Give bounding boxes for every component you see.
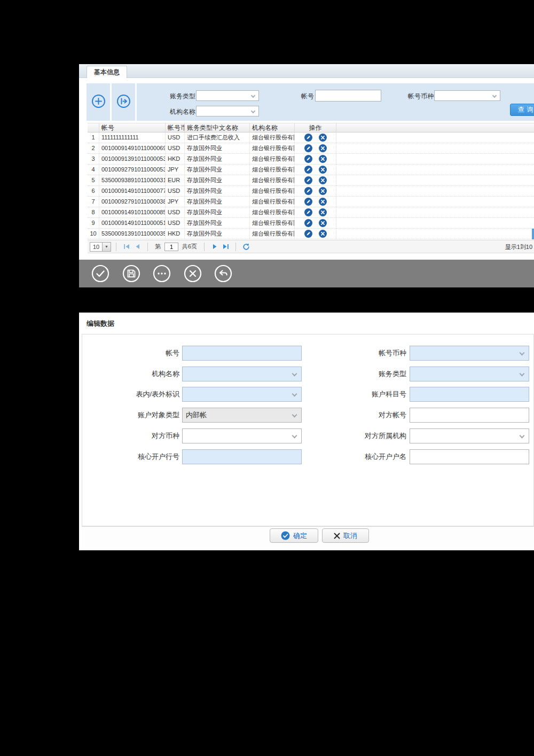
table-cell: 烟台银行股份有限 [250,165,295,175]
row-actions [295,143,336,153]
tab-bar: 基本信息 [79,64,534,78]
refresh-button[interactable] [242,243,250,251]
edit-icon[interactable] [304,134,312,142]
table-body: 11111111111111USD进口手续费汇总收入烟台银行股份有限200100… [88,133,534,239]
col-header-currency: 帐号币种 [166,123,185,132]
currency-select[interactable] [434,90,500,101]
subject-no-field[interactable] [410,387,529,402]
counterparty-currency-select[interactable] [182,428,302,443]
table-row[interactable]: 400100092791011000053JPY存放国外同业烟台银行股份有限 [88,165,534,175]
back-button[interactable] [214,264,232,283]
delete-icon[interactable] [319,176,327,184]
account-object-type-label: 账户对象类型 [82,408,179,423]
table-row[interactable]: 200100091491011000069USD存放国外同业烟台银行股份有限 [88,143,534,154]
edit-icon[interactable] [304,219,312,227]
table-cell: 00100091391011000053 [99,154,166,164]
tab-basic-info[interactable]: 基本信息 [87,66,127,78]
edit-icon[interactable] [304,208,312,216]
counterparty-org-select[interactable] [410,428,529,443]
account-type-select[interactable] [196,90,259,101]
edit-icon[interactable] [304,166,312,174]
chevron-down-icon [520,371,525,377]
cancel-button-label: 取消 [343,531,357,541]
row-filler [336,229,534,239]
delete-icon[interactable] [319,230,327,238]
cancel-x-icon [334,533,340,539]
export-button[interactable] [112,83,135,121]
account-object-type-select[interactable]: 内部帐 [182,408,302,423]
table-cell: 00100091491011000069 [99,143,166,153]
table-row[interactable]: 11111111111111USD进口手续费汇总收入烟台银行股份有限 [88,133,534,143]
table-cell: 53500091391011000035 [99,229,166,239]
edit-icon[interactable] [304,176,312,184]
more-button[interactable] [153,264,171,283]
close-button[interactable] [184,264,202,283]
row-filler [336,133,534,143]
basic-info-panel: 基本信息 账务类型 帐号 帐号币种 机构名称 查询 帐号 帐号币种 账务类型中文… [79,64,534,287]
export-icon [116,94,131,111]
account-no-input[interactable] [315,90,381,102]
org-name-select[interactable] [182,367,302,381]
table-row[interactable]: 700100092791011000038JPY存放国外同业烟台银行股份有限 [88,197,534,207]
org-name-select[interactable] [196,106,259,116]
table-cell: USD [166,133,185,143]
prev-page-button[interactable] [133,243,142,251]
save-button[interactable] [122,264,140,283]
delete-icon[interactable] [319,187,327,195]
table-cell: 烟台银行股份有限 [250,143,295,153]
core-bank-no-field[interactable] [182,449,302,464]
add-button[interactable] [87,83,110,121]
onoff-balance-select[interactable] [182,387,302,402]
edit-icon[interactable] [304,144,312,152]
divider [135,83,137,121]
edit-icon[interactable] [304,198,312,206]
edit-icon[interactable] [304,230,312,238]
account-field[interactable] [182,346,302,361]
row-filler [336,186,534,196]
counterparty-account-field[interactable] [410,408,529,423]
table-row[interactable]: 300100091391011000053HKD存放国外同业烟台银行股份有限 [88,154,534,165]
first-page-button[interactable] [122,243,131,251]
table-cell: 存放国外同业 [185,197,250,207]
edit-form: 帐号 帐号币种 机构名称 账务类型 表内/表外标识 账户科目号 账户对象类型 内… [82,334,534,526]
col-header-filler [336,123,534,132]
next-page-button[interactable] [210,243,219,251]
table-row[interactable]: 900100091491011000051USD存放国外同业烟台银行股份有限 [88,218,534,229]
delete-icon[interactable] [319,198,327,206]
row-actions [295,197,336,207]
row-actions [295,229,336,239]
counterparty-account-label: 对方帐号 [307,408,406,423]
table-row[interactable]: 1053500091391011000035HKD存放国外同业烟台银行股份有限 [88,229,534,239]
page-number-input[interactable] [164,243,178,251]
cancel-button[interactable]: 取消 [322,528,369,543]
delete-icon[interactable] [319,144,327,152]
query-button[interactable]: 查询 [510,104,534,116]
core-account-name-field[interactable] [410,449,529,464]
table-cell: 00100092791011000053 [99,165,166,175]
table-row[interactable]: 553500093891011000031EUR存放国外同业烟台银行股份有限 [88,175,534,186]
table-cell: USD [166,143,185,153]
account-type-select[interactable] [410,367,529,381]
last-page-button[interactable] [221,243,230,251]
row-actions [295,175,336,185]
delete-icon[interactable] [319,134,327,142]
table-cell: 00100092791011000038 [99,197,166,207]
delete-icon[interactable] [319,219,327,227]
subject-no-label: 账户科目号 [307,387,406,402]
page-size-dropdown[interactable]: ▼ [102,243,111,251]
table-row[interactable]: 600100091491011000077USD存放国外同业烟台银行股份有限 [88,186,534,197]
currency-select[interactable] [410,346,529,361]
table-cell: USD [166,207,185,217]
edit-icon[interactable] [304,155,312,163]
delete-icon[interactable] [319,166,327,174]
currency-label: 帐号币种 [307,346,406,361]
edit-icon[interactable] [304,187,312,195]
ok-button[interactable]: 确定 [270,528,318,543]
table-row[interactable]: 800100091491011000085USD存放国外同业烟台银行股份有限 [88,207,534,218]
onoff-balance-label: 表内/表外标识 [82,387,179,402]
row-actions [295,218,336,228]
confirm-button[interactable] [91,264,109,283]
delete-icon[interactable] [319,155,327,163]
scrollbar[interactable] [532,229,534,239]
delete-icon[interactable] [319,208,327,216]
